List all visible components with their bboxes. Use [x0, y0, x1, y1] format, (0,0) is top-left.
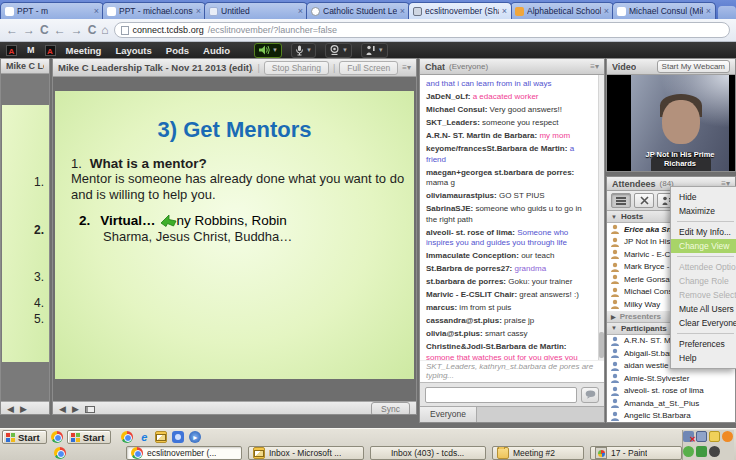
prev-slide-icon[interactable]: ◀: [59, 404, 66, 414]
chat-scrollbar[interactable]: [598, 75, 604, 360]
attendee-row[interactable]: Amanda_at_St._Pius: [607, 397, 735, 410]
context-menu-item[interactable]: Mute All Users: [671, 302, 736, 316]
chat-message: Marivic - E-CSLIT Chair: great answers! …: [426, 290, 592, 301]
new-tab-stub[interactable]: [718, 6, 736, 19]
video-header: Video Start My Webcam: [607, 59, 735, 75]
quick-launch-icon[interactable]: [172, 431, 184, 443]
chrome-icon[interactable]: [54, 447, 66, 459]
next-slide-icon[interactable]: ▶: [72, 404, 79, 414]
tab-close-icon[interactable]: ×: [604, 7, 609, 15]
start-button[interactable]: Start: [2, 430, 47, 444]
collapse-icon: ▼: [611, 214, 617, 220]
tab-close-icon[interactable]: ×: [196, 7, 201, 15]
stop-sharing-button[interactable]: Stop Sharing: [264, 61, 329, 75]
chat-sender: keyome/francesSt.Barbara de Martin:: [426, 144, 567, 153]
context-menu-item[interactable]: [677, 333, 734, 334]
context-menu-item[interactable]: [677, 221, 734, 222]
menu-item[interactable]: Meeting: [66, 45, 102, 56]
menu-item[interactable]: Layouts: [115, 45, 151, 56]
context-menu-item[interactable]: Attendee Optio: [671, 260, 736, 274]
browser-tab-bar: PPT - m × PPT - michael.consul × Untitle…: [0, 0, 736, 19]
context-menu-item[interactable]: Hide: [671, 190, 736, 204]
chrome-icon[interactable]: [51, 431, 63, 443]
attendee-row[interactable]: alveoli- st. rose of lima: [607, 385, 735, 398]
context-menu-item[interactable]: [677, 256, 734, 257]
start-webcam-button[interactable]: Start My Webcam: [657, 60, 730, 73]
taskbar-button[interactable]: Meeting #2: [492, 446, 584, 460]
taskbar-button[interactable]: ecslitnovember (...: [126, 446, 242, 460]
browser-tab[interactable]: Catholic Student Lea ×: [306, 2, 410, 19]
quick-launch-icon[interactable]: [155, 431, 167, 443]
browser-tab[interactable]: Michael Consul (MikeC ×: [612, 2, 716, 19]
attendee-row[interactable]: Aimie-St.Sylvester: [607, 372, 735, 385]
tab-close-icon[interactable]: ×: [706, 7, 711, 15]
next-slide-icon[interactable]: ▶: [20, 404, 27, 414]
attendee-row[interactable]: Angelic St.Barbara: [607, 410, 735, 423]
prev-slide-icon[interactable]: ◀: [7, 404, 14, 414]
send-message-button[interactable]: [581, 387, 599, 403]
context-menu-item[interactable]: Preferences: [671, 337, 736, 351]
taskbar-row-1: Start Start e▸: [0, 429, 736, 445]
back-icon[interactable]: ←: [54, 23, 66, 37]
webcam-button[interactable]: ▼: [325, 43, 352, 58]
participant-icon: [610, 398, 620, 408]
taskbar-button[interactable]: Inbox (403) - tcds...: [370, 446, 486, 460]
context-menu-item[interactable]: Edit My Info...: [671, 225, 736, 239]
tray-icon[interactable]: [722, 431, 733, 442]
quick-launch-icon[interactable]: [121, 431, 133, 443]
full-screen-button[interactable]: Full Screen: [339, 61, 398, 75]
chat-input[interactable]: [425, 387, 577, 403]
tab-close-icon[interactable]: ×: [298, 7, 303, 15]
speech-bubble-icon: [585, 390, 596, 399]
quick-launch-icon[interactable]: ▸: [189, 431, 201, 443]
context-menu-item[interactable]: Clear Everyone: [671, 316, 736, 330]
tab-close-icon[interactable]: ×: [502, 7, 507, 15]
set-status-button[interactable]: ▼: [361, 43, 388, 58]
quick-launch-icon[interactable]: e: [138, 431, 150, 443]
tray-icon[interactable]: [683, 431, 694, 442]
tray-icon[interactable]: [696, 446, 707, 457]
taskbar-button[interactable]: Inbox - Microsoft ...: [248, 446, 364, 460]
collapse-icon: ▶: [611, 313, 616, 320]
tray-icon[interactable]: [709, 431, 720, 442]
scrollbar-thumb[interactable]: [599, 332, 604, 358]
chat-tab-everyone[interactable]: Everyone: [420, 407, 477, 422]
pod-menu-icon[interactable]: ≡▾: [590, 62, 599, 71]
browser-tab[interactable]: Alphabetical School D ×: [510, 2, 614, 19]
home-icon[interactable]: ⌂: [101, 23, 108, 37]
tab-close-icon[interactable]: ×: [94, 7, 99, 15]
back-icon[interactable]: ←: [6, 23, 18, 37]
menu-item[interactable]: Pods: [166, 45, 189, 56]
browser-tab[interactable]: ecslitnovember (Shari ×: [408, 2, 512, 19]
context-menu-item[interactable]: Change Role: [671, 274, 736, 288]
sync-button[interactable]: Sync: [371, 402, 410, 415]
address-bar[interactable]: connect.tcdsb.org/ecslitnovember/?launch…: [114, 22, 730, 38]
list-view-button[interactable]: [611, 193, 631, 208]
reload-icon[interactable]: C: [40, 23, 49, 37]
show-sidebar-icon[interactable]: [85, 406, 95, 413]
context-menu-item[interactable]: Maximize: [671, 204, 736, 218]
menu-item[interactable]: Audio: [203, 45, 230, 56]
pod-menu-icon[interactable]: ≡▾: [402, 63, 411, 72]
context-menu-item[interactable]: Help: [671, 351, 736, 365]
pod-title: Mike C Lead: [6, 61, 44, 71]
pod-header: Mike C Lead: [1, 59, 49, 74]
breakout-view-button[interactable]: [634, 193, 654, 208]
browser-tab[interactable]: PPT - michael.consul ×: [102, 2, 206, 19]
browser-tab[interactable]: PPT - m ×: [0, 2, 104, 19]
forward-icon[interactable]: →: [23, 23, 35, 37]
start-button[interactable]: Start: [67, 430, 112, 444]
browser-tab[interactable]: Untitled ×: [204, 2, 308, 19]
tab-close-icon[interactable]: ×: [400, 7, 405, 15]
tray-icon[interactable]: [683, 446, 694, 457]
tray-icon[interactable]: [696, 431, 707, 442]
reload-icon[interactable]: C: [88, 23, 97, 37]
context-menu-item[interactable]: Remove Select: [671, 288, 736, 302]
taskbar-button[interactable]: 17 - Paint: [590, 446, 682, 460]
speaker-button[interactable]: ▼: [254, 43, 282, 58]
forward-icon[interactable]: →: [71, 23, 83, 37]
tray-icon[interactable]: [709, 446, 720, 457]
attendee-name: aidan westie: [624, 361, 668, 370]
microphone-button[interactable]: ▼: [291, 43, 316, 58]
context-menu-item[interactable]: Change View: [671, 239, 736, 253]
